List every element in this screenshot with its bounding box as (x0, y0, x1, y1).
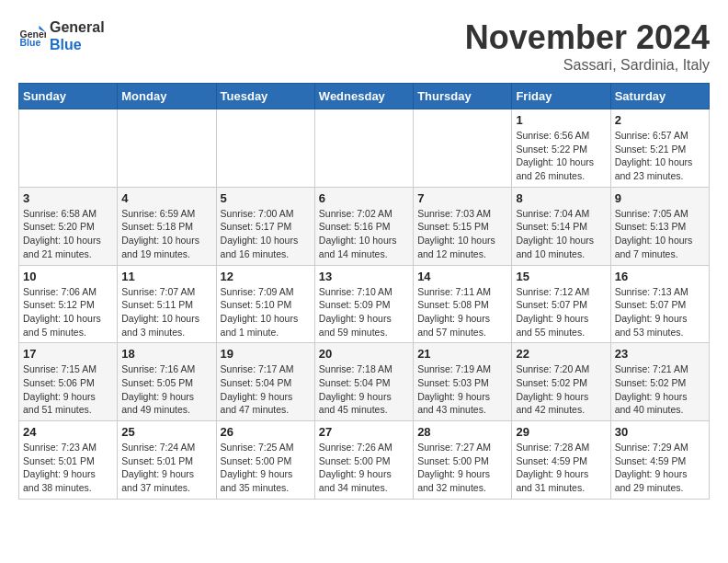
calendar-day-cell: 7Sunrise: 7:03 AM Sunset: 5:15 PM Daylig… (414, 187, 512, 265)
day-number: 24 (23, 425, 113, 439)
day-info: Sunrise: 7:10 AM Sunset: 5:09 PM Dayligh… (319, 285, 409, 339)
weekday-header-tuesday: Tuesday (216, 84, 314, 109)
day-info: Sunrise: 7:23 AM Sunset: 5:01 PM Dayligh… (23, 441, 113, 495)
page-header: General Blue General Blue November 2024 … (18, 18, 710, 74)
day-number: 9 (615, 191, 705, 205)
calendar-day-cell: 10Sunrise: 7:06 AM Sunset: 5:12 PM Dayli… (19, 265, 118, 343)
day-info: Sunrise: 6:58 AM Sunset: 5:20 PM Dayligh… (23, 207, 113, 261)
calendar-day-cell: 14Sunrise: 7:11 AM Sunset: 5:08 PM Dayli… (414, 265, 512, 343)
day-info: Sunrise: 7:07 AM Sunset: 5:11 PM Dayligh… (121, 285, 211, 339)
logo-general: General (50, 18, 105, 36)
calendar-day-cell: 23Sunrise: 7:21 AM Sunset: 5:02 PM Dayli… (610, 343, 709, 421)
day-info: Sunrise: 7:11 AM Sunset: 5:08 PM Dayligh… (417, 285, 507, 339)
day-number: 13 (319, 270, 409, 283)
day-info: Sunrise: 7:06 AM Sunset: 5:12 PM Dayligh… (23, 285, 113, 339)
day-number: 26 (221, 425, 311, 439)
calendar-day-cell: 9Sunrise: 7:05 AM Sunset: 5:13 PM Daylig… (610, 187, 709, 265)
calendar-day-cell (19, 109, 118, 188)
logo-blue: Blue (50, 36, 105, 53)
day-info: Sunrise: 7:24 AM Sunset: 5:01 PM Dayligh… (121, 441, 211, 495)
day-info: Sunrise: 7:19 AM Sunset: 5:03 PM Dayligh… (417, 362, 507, 417)
day-info: Sunrise: 7:25 AM Sunset: 5:00 PM Dayligh… (221, 441, 311, 495)
day-number: 8 (516, 191, 606, 205)
day-info: Sunrise: 7:03 AM Sunset: 5:15 PM Dayligh… (417, 207, 507, 261)
calendar-day-cell: 20Sunrise: 7:18 AM Sunset: 5:04 PM Dayli… (314, 343, 413, 421)
calendar-day-cell: 25Sunrise: 7:24 AM Sunset: 5:01 PM Dayli… (118, 421, 216, 500)
calendar-day-cell: 26Sunrise: 7:25 AM Sunset: 5:00 PM Dayli… (216, 421, 314, 500)
calendar-day-cell: 21Sunrise: 7:19 AM Sunset: 5:03 PM Dayli… (414, 343, 512, 421)
calendar-day-cell (216, 109, 314, 188)
day-info: Sunrise: 7:12 AM Sunset: 5:07 PM Dayligh… (516, 285, 606, 339)
day-info: Sunrise: 6:57 AM Sunset: 5:21 PM Dayligh… (615, 129, 705, 183)
logo: General Blue General Blue (18, 18, 105, 53)
day-number: 25 (121, 425, 211, 439)
calendar-day-cell: 1Sunrise: 6:56 AM Sunset: 5:22 PM Daylig… (512, 109, 610, 188)
location-subtitle: Sassari, Sardinia, Italy (465, 57, 710, 74)
day-number: 2 (615, 113, 705, 127)
calendar-day-cell (118, 109, 216, 188)
day-number: 27 (319, 425, 409, 439)
calendar-day-cell: 4Sunrise: 6:59 AM Sunset: 5:18 PM Daylig… (118, 187, 216, 265)
weekday-header-friday: Friday (512, 84, 610, 109)
calendar-day-cell: 28Sunrise: 7:27 AM Sunset: 5:00 PM Dayli… (414, 421, 512, 500)
calendar-week-row: 17Sunrise: 7:15 AM Sunset: 5:06 PM Dayli… (19, 343, 710, 421)
calendar-day-cell: 5Sunrise: 7:00 AM Sunset: 5:17 PM Daylig… (216, 187, 314, 265)
calendar-day-cell: 22Sunrise: 7:20 AM Sunset: 5:02 PM Dayli… (512, 343, 610, 421)
weekday-header-wednesday: Wednesday (314, 84, 413, 109)
weekday-header-monday: Monday (118, 84, 216, 109)
day-info: Sunrise: 7:15 AM Sunset: 5:06 PM Dayligh… (23, 362, 113, 417)
calendar-week-row: 10Sunrise: 7:06 AM Sunset: 5:12 PM Dayli… (19, 265, 710, 343)
day-number: 1 (516, 113, 606, 127)
calendar-day-cell: 2Sunrise: 6:57 AM Sunset: 5:21 PM Daylig… (610, 109, 709, 188)
day-number: 17 (23, 347, 113, 361)
day-number: 19 (221, 347, 311, 361)
calendar-day-cell: 3Sunrise: 6:58 AM Sunset: 5:20 PM Daylig… (19, 187, 118, 265)
calendar-day-cell: 17Sunrise: 7:15 AM Sunset: 5:06 PM Dayli… (19, 343, 118, 421)
day-number: 6 (319, 191, 409, 205)
weekday-header-thursday: Thursday (414, 84, 512, 109)
day-info: Sunrise: 7:27 AM Sunset: 5:00 PM Dayligh… (417, 441, 507, 495)
day-number: 7 (417, 191, 507, 205)
calendar-day-cell: 29Sunrise: 7:28 AM Sunset: 4:59 PM Dayli… (512, 421, 610, 500)
title-block: November 2024 Sassari, Sardinia, Italy (465, 18, 710, 74)
day-number: 23 (615, 347, 705, 361)
day-info: Sunrise: 7:13 AM Sunset: 5:07 PM Dayligh… (615, 285, 705, 339)
day-number: 14 (417, 270, 507, 283)
calendar-day-cell: 30Sunrise: 7:29 AM Sunset: 4:59 PM Dayli… (610, 421, 709, 500)
svg-text:Blue: Blue (20, 37, 41, 48)
day-number: 18 (121, 347, 211, 361)
logo-icon: General Blue (18, 22, 46, 50)
calendar-day-cell: 16Sunrise: 7:13 AM Sunset: 5:07 PM Dayli… (610, 265, 709, 343)
day-info: Sunrise: 7:17 AM Sunset: 5:04 PM Dayligh… (221, 362, 311, 417)
day-number: 20 (319, 347, 409, 361)
day-info: Sunrise: 7:09 AM Sunset: 5:10 PM Dayligh… (221, 285, 311, 339)
weekday-header-saturday: Saturday (610, 84, 709, 109)
day-info: Sunrise: 6:59 AM Sunset: 5:18 PM Dayligh… (121, 207, 211, 261)
day-number: 10 (23, 270, 113, 283)
day-info: Sunrise: 7:00 AM Sunset: 5:17 PM Dayligh… (221, 207, 311, 261)
calendar-table: SundayMondayTuesdayWednesdayThursdayFrid… (18, 83, 710, 500)
calendar-week-row: 24Sunrise: 7:23 AM Sunset: 5:01 PM Dayli… (19, 421, 710, 500)
calendar-day-cell: 6Sunrise: 7:02 AM Sunset: 5:16 PM Daylig… (314, 187, 413, 265)
day-number: 29 (516, 425, 606, 439)
day-number: 30 (615, 425, 705, 439)
day-info: Sunrise: 7:21 AM Sunset: 5:02 PM Dayligh… (615, 362, 705, 417)
day-number: 4 (121, 191, 211, 205)
calendar-day-cell: 12Sunrise: 7:09 AM Sunset: 5:10 PM Dayli… (216, 265, 314, 343)
month-year-title: November 2024 (465, 18, 710, 57)
day-number: 5 (221, 191, 311, 205)
day-number: 11 (121, 270, 211, 283)
calendar-week-row: 1Sunrise: 6:56 AM Sunset: 5:22 PM Daylig… (19, 109, 710, 188)
day-number: 16 (615, 270, 705, 283)
calendar-day-cell: 19Sunrise: 7:17 AM Sunset: 5:04 PM Dayli… (216, 343, 314, 421)
day-number: 12 (221, 270, 311, 283)
day-number: 21 (417, 347, 507, 361)
calendar-day-cell: 24Sunrise: 7:23 AM Sunset: 5:01 PM Dayli… (19, 421, 118, 500)
calendar-day-cell: 18Sunrise: 7:16 AM Sunset: 5:05 PM Dayli… (118, 343, 216, 421)
day-info: Sunrise: 7:28 AM Sunset: 4:59 PM Dayligh… (516, 441, 606, 495)
day-info: Sunrise: 7:02 AM Sunset: 5:16 PM Dayligh… (319, 207, 409, 261)
day-info: Sunrise: 6:56 AM Sunset: 5:22 PM Dayligh… (516, 129, 606, 183)
calendar-week-row: 3Sunrise: 6:58 AM Sunset: 5:20 PM Daylig… (19, 187, 710, 265)
day-info: Sunrise: 7:16 AM Sunset: 5:05 PM Dayligh… (121, 362, 211, 417)
calendar-day-cell: 13Sunrise: 7:10 AM Sunset: 5:09 PM Dayli… (314, 265, 413, 343)
